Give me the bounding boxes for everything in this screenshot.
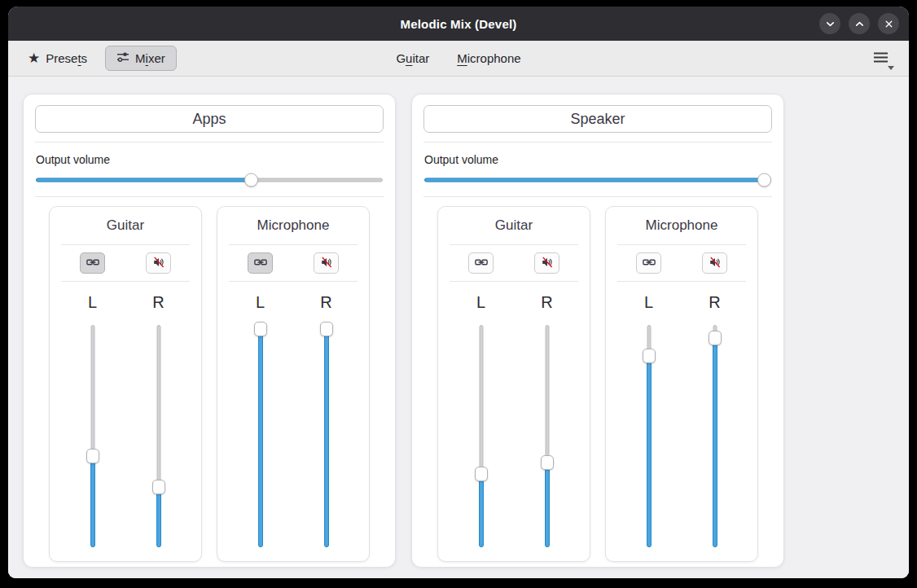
window-title: Melodic Mix (Devel) — [401, 17, 517, 31]
left-channel-label: L — [644, 293, 653, 312]
channel-lr-labels: L R — [616, 289, 748, 312]
primary-menu-button[interactable] — [865, 46, 896, 71]
apps-output-volume-slider[interactable] — [36, 173, 383, 187]
right-channel-label: R — [152, 293, 164, 312]
presets-button[interactable]: ★ Presets — [21, 47, 94, 69]
channel-title: Microphone — [616, 214, 748, 237]
channel-sliders-row — [448, 325, 580, 547]
minimize-button[interactable] — [819, 13, 840, 34]
separator — [617, 281, 746, 282]
nav-guitar-label: Guitar — [396, 51, 429, 65]
chain-link-icon — [86, 256, 99, 271]
channel-lr-labels: L R — [59, 289, 191, 312]
left-channel-label: L — [88, 293, 97, 312]
channel-lr-labels: L R — [448, 289, 580, 312]
right-channel-volume-slider[interactable] — [708, 325, 722, 547]
right-channel-volume-slider[interactable] — [540, 325, 555, 547]
slider-handle[interactable] — [475, 467, 488, 481]
speaker-channels: Guitar — [423, 206, 772, 562]
close-x-icon — [884, 19, 894, 29]
header-bar: ★ Presets Mixer — [8, 41, 909, 77]
channel-card-speaker-guitar: Guitar — [437, 206, 590, 562]
mixer-toggle-button[interactable]: Mixer — [105, 46, 177, 71]
presets-label: Presets — [46, 51, 87, 65]
panel-apps-title-button[interactable]: Apps — [35, 105, 384, 133]
channel-title: Guitar — [448, 214, 580, 237]
separator — [229, 244, 358, 245]
dropdown-arrow-icon — [888, 66, 894, 70]
mute-toggle-button[interactable] — [702, 252, 727, 274]
channel-sliders-row — [616, 325, 748, 547]
left-channel-label: L — [476, 293, 485, 312]
right-channel-label: R — [541, 293, 552, 312]
slider-fill — [713, 338, 717, 547]
left-channel-label: L — [256, 293, 265, 312]
chevron-down-icon — [824, 18, 836, 30]
chain-link-icon — [254, 256, 267, 271]
mute-toggle-button[interactable] — [146, 252, 171, 274]
channel-card-apps-guitar: Guitar — [49, 206, 202, 562]
maximize-button[interactable] — [849, 13, 870, 34]
panel-speaker-title-button[interactable]: Speaker — [423, 105, 772, 133]
separator — [61, 244, 190, 245]
right-channel-volume-slider[interactable] — [151, 325, 166, 547]
mute-toggle-button[interactable] — [314, 252, 339, 274]
separator — [35, 142, 384, 143]
slider-handle[interactable] — [244, 173, 258, 187]
slider-handle[interactable] — [709, 331, 722, 345]
mute-toggle-button[interactable] — [534, 252, 559, 274]
left-channel-volume-slider[interactable] — [642, 325, 656, 547]
slider-handle[interactable] — [757, 173, 771, 187]
channel-buttons-row — [448, 252, 580, 274]
separator — [450, 281, 578, 282]
slider-fill — [479, 474, 484, 547]
link-channels-toggle-button[interactable] — [636, 252, 661, 274]
link-channels-toggle-button[interactable] — [80, 252, 105, 274]
slider-handle[interactable] — [152, 480, 165, 494]
separator — [450, 244, 578, 245]
link-channels-toggle-button[interactable] — [248, 252, 273, 274]
slider-handle[interactable] — [86, 449, 99, 463]
right-channel-label: R — [320, 293, 331, 312]
left-channel-volume-slider[interactable] — [86, 325, 100, 547]
nav-guitar-button[interactable]: Guitar — [389, 47, 436, 69]
audio-volume-muted-icon — [541, 256, 554, 271]
nav-microphone-label: Microphone — [457, 51, 520, 65]
nav-microphone-button[interactable]: Microphone — [450, 47, 527, 69]
star-icon: ★ — [28, 51, 40, 65]
audio-volume-muted-icon — [152, 256, 165, 271]
speaker-output-volume-slider[interactable] — [424, 173, 771, 187]
slider-fill — [156, 487, 161, 547]
main-content: Apps Output volume Guitar — [8, 77, 909, 578]
separator — [61, 281, 190, 282]
slider-handle[interactable] — [254, 322, 267, 336]
channel-buttons-row — [227, 252, 359, 274]
separator — [423, 142, 772, 143]
right-channel-label: R — [709, 293, 720, 312]
slider-handle[interactable] — [643, 349, 656, 363]
right-channel-volume-slider[interactable] — [319, 325, 334, 547]
screen-background: Melodic Mix (Devel) — [0, 0, 917, 588]
slider-fill — [545, 463, 550, 547]
hamburger-menu-icon — [873, 51, 888, 66]
close-button[interactable] — [878, 13, 899, 34]
header-right — [865, 46, 896, 71]
slider-handle[interactable] — [541, 455, 554, 470]
channel-card-apps-microphone: Microphone — [217, 206, 370, 562]
slider-fill — [258, 329, 263, 547]
slider-fill — [90, 456, 95, 547]
channel-title: Microphone — [227, 214, 359, 237]
panel-speaker: Speaker Output volume Guitar — [411, 94, 784, 568]
channel-card-speaker-microphone: Microphone — [605, 206, 758, 562]
slider-fill — [647, 356, 652, 547]
left-channel-volume-slider[interactable] — [253, 325, 268, 547]
channel-lr-labels: L R — [227, 289, 359, 312]
slider-fill — [424, 178, 764, 182]
window-controls — [819, 7, 899, 41]
link-channels-toggle-button[interactable] — [468, 252, 494, 274]
channel-sliders-row — [59, 325, 191, 547]
separator — [229, 281, 358, 282]
slider-handle[interactable] — [320, 322, 333, 336]
left-channel-volume-slider[interactable] — [474, 325, 489, 547]
mixer-sliders-icon — [116, 50, 129, 66]
